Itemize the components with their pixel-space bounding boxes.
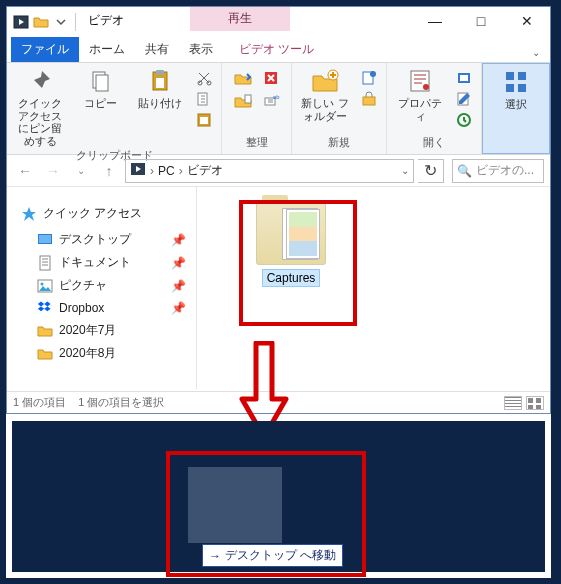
ribbon: クイック アクセス にピン留めする コピー 貼り付け: [7, 63, 550, 155]
pin-icon: 📌: [171, 256, 186, 270]
svg-rect-5: [156, 70, 164, 75]
copy-button[interactable]: コピー: [73, 67, 127, 110]
search-box[interactable]: 🔍 ビデオの...: [452, 159, 544, 183]
nav-item-documents[interactable]: ドキュメント📌: [15, 251, 196, 274]
pin-icon: [24, 67, 56, 95]
svg-rect-34: [39, 235, 51, 243]
svg-rect-11: [200, 117, 208, 124]
copy-to-icon[interactable]: [232, 92, 254, 110]
view-large-icons-button[interactable]: [526, 396, 544, 410]
refresh-button[interactable]: ↻: [418, 159, 444, 183]
properties-button[interactable]: プロパティ: [393, 67, 447, 122]
ribbon-group-select: 選択: [482, 63, 550, 154]
nav-item-folder-1[interactable]: 2020年7月: [15, 319, 196, 342]
tab-home[interactable]: ホーム: [79, 37, 135, 62]
open-icon[interactable]: [453, 69, 475, 87]
delete-icon[interactable]: [260, 69, 282, 87]
nav-item-pictures[interactable]: ピクチャ📌: [15, 274, 196, 297]
select-all-icon: [500, 68, 532, 96]
new-folder-icon: [309, 67, 341, 95]
address-bar[interactable]: › PC › ビデオ ⌄: [125, 159, 414, 183]
search-placeholder: ビデオの...: [476, 162, 534, 179]
video-library-icon: [130, 161, 146, 180]
history-icon[interactable]: [453, 111, 475, 129]
new-folder-button[interactable]: 新しい フォルダー: [298, 67, 352, 122]
search-icon: 🔍: [457, 164, 472, 178]
minimize-button[interactable]: —: [412, 7, 458, 35]
pin-quickaccess-button[interactable]: クイック アクセス にピン留めする: [13, 67, 67, 148]
video-library-icon: [13, 14, 29, 30]
svg-point-18: [370, 71, 376, 77]
nav-up-button[interactable]: ↑: [97, 159, 121, 183]
tab-share[interactable]: 共有: [135, 37, 179, 62]
pin-icon: 📌: [171, 279, 186, 293]
edit-icon[interactable]: [453, 90, 475, 108]
ribbon-collapse-icon[interactable]: ⌄: [522, 43, 550, 62]
svg-marker-32: [22, 207, 36, 221]
view-details-button[interactable]: [504, 396, 522, 410]
maximize-button[interactable]: □: [458, 7, 504, 35]
easy-access-icon[interactable]: [358, 90, 380, 108]
svg-rect-28: [506, 84, 514, 92]
ribbon-group-clipboard: クイック アクセス にピン留めする コピー 貼り付け: [7, 63, 222, 154]
breadcrumb-pc[interactable]: PC: [158, 164, 175, 178]
address-bar-row: ← → ⌄ ↑ › PC › ビデオ ⌄ ↻ 🔍 ビデオの...: [7, 155, 550, 187]
svg-rect-19: [363, 97, 375, 105]
ribbon-group-new: 新しい フォルダー 新規: [292, 63, 387, 154]
annotation-highlight-dropzone: → デスクトップ へ移動: [166, 451, 366, 577]
group-label-new: 新規: [328, 135, 350, 152]
close-button[interactable]: ✕: [504, 7, 550, 35]
svg-rect-29: [518, 84, 526, 92]
window-title: ビデオ: [84, 7, 130, 29]
annotation-highlight-folder: [239, 200, 357, 326]
paste-icon: [144, 67, 176, 95]
copy-path-icon[interactable]: [193, 90, 215, 108]
quick-access-header[interactable]: クイック アクセス: [15, 201, 196, 228]
paste-button[interactable]: 貼り付け: [133, 67, 187, 110]
svg-rect-26: [506, 72, 514, 80]
svg-rect-6: [156, 78, 164, 88]
paste-shortcut-icon[interactable]: [193, 111, 215, 129]
pin-icon: 📌: [171, 233, 186, 247]
svg-point-21: [423, 84, 429, 90]
navigation-pane: クイック アクセス デスクトップ📌 ドキュメント📌 ピクチャ📌 Dropbox📌: [7, 187, 197, 389]
title-bar: ビデオ 再生 — □ ✕: [7, 7, 550, 37]
breadcrumb-videos[interactable]: ビデオ: [187, 162, 223, 179]
contextual-tab-header[interactable]: 再生: [190, 7, 290, 31]
ribbon-group-organize: ab 整理: [222, 63, 292, 154]
tab-view[interactable]: 表示: [179, 37, 223, 62]
svg-text:ab: ab: [273, 94, 280, 100]
svg-rect-27: [518, 72, 526, 80]
ribbon-tabs: ファイル ホーム 共有 表示 ビデオ ツール ⌄: [7, 37, 550, 63]
new-item-icon[interactable]: [358, 69, 380, 87]
cut-icon[interactable]: [193, 69, 215, 87]
drag-ghost: [188, 467, 282, 543]
drag-tooltip: → デスクトップ へ移動: [202, 544, 343, 567]
status-item-count: 1 個の項目: [13, 395, 66, 410]
tab-file[interactable]: ファイル: [11, 37, 79, 62]
rename-icon[interactable]: ab: [260, 92, 282, 110]
pin-icon: 📌: [171, 301, 186, 315]
qat-folder-icon[interactable]: [33, 14, 49, 30]
ribbon-group-open: プロパティ 開く: [387, 63, 482, 154]
chevron-down-icon[interactable]: ⌄: [401, 165, 409, 176]
nav-back-button[interactable]: ←: [13, 159, 37, 183]
svg-rect-3: [96, 75, 108, 91]
nav-item-dropbox[interactable]: Dropbox📌: [15, 297, 196, 319]
properties-icon: [404, 67, 436, 95]
move-arrow-icon: →: [209, 549, 221, 563]
nav-item-folder-2[interactable]: 2020年8月: [15, 342, 196, 365]
move-to-icon[interactable]: [232, 69, 254, 87]
svg-rect-35: [40, 256, 50, 270]
select-button[interactable]: 選択: [489, 68, 543, 111]
svg-point-37: [41, 282, 44, 285]
group-label-organize: 整理: [246, 135, 268, 152]
nav-item-desktop[interactable]: デスクトップ📌: [15, 228, 196, 251]
svg-rect-12: [245, 95, 251, 103]
tab-video-tools[interactable]: ビデオ ツール: [229, 37, 324, 62]
chevron-down-icon[interactable]: [53, 14, 69, 30]
status-selected: 1 個の項目を選択: [78, 395, 164, 410]
nav-forward-button[interactable]: →: [41, 159, 65, 183]
nav-recent-button[interactable]: ⌄: [69, 159, 93, 183]
group-label-open: 開く: [423, 135, 445, 152]
